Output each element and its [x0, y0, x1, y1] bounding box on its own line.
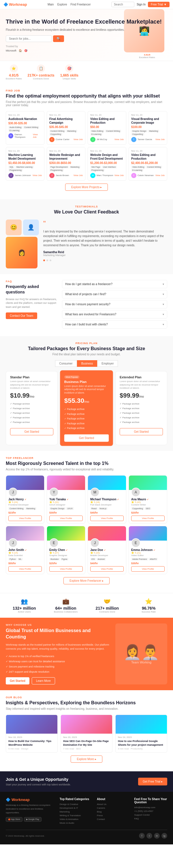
faq-item[interactable]: How do I ensure payment security?▾ — [62, 300, 167, 308]
footer-link[interactable]: FAQ — [134, 817, 167, 820]
view-job-button[interactable]: View Job — [33, 133, 42, 138]
hero-search-bar: 🔍 — [6, 35, 167, 42]
footer-link[interactable]: info@workneap.com — [134, 806, 167, 809]
blog-card[interactable]: Nov 24, 2023 How to use Professional Goo… — [115, 715, 167, 753]
free-trial-button[interactable]: Free Trial ▼ — [148, 2, 170, 7]
footer-link[interactable]: Contact — [97, 818, 130, 820]
banner-learn-more-button[interactable]: Learn More — [32, 677, 55, 684]
talent-body: E Emma Johnson ✓ ⭐ 5 (21) Video Editor A… — [129, 540, 167, 574]
view-job-button[interactable]: View Job — [32, 174, 42, 177]
talent-rating: ⭐ 5 (24) — [8, 501, 42, 503]
view-job-button[interactable]: View Job — [155, 174, 165, 177]
job-avatar: J — [8, 173, 14, 178]
testimonial-grid: 😊 👤 👩 " I am truly impressed by the outs… — [6, 219, 167, 269]
google-play-badge[interactable]: ▶ Google Play — [24, 817, 42, 822]
talent-name: Michael Thompson ✓ — [90, 498, 124, 501]
plan-period: /mo — [139, 395, 144, 398]
view-profile-button[interactable]: View Profile — [8, 516, 42, 521]
hero-search-input[interactable] — [6, 35, 52, 42]
view-profile-button[interactable]: View Profile — [90, 566, 124, 572]
blog-card[interactable]: Nov 16, 2023 How to Build Our Community:… — [6, 715, 58, 753]
footer-contact-col: Feel Free To Share Your Questioninfo@wor… — [134, 798, 167, 826]
dot-1[interactable] — [43, 259, 45, 261]
view-profile-button[interactable]: View Profile — [131, 566, 165, 572]
job-author: Jill McCoy — [97, 138, 107, 141]
explore-jobs-button[interactable]: Explore More Projects ▸ — [65, 184, 108, 191]
view-profile-button[interactable]: View Profile — [49, 566, 83, 572]
banner-feature: ✓ Secure payment and milestone tracking — [6, 664, 111, 669]
view-job-button[interactable]: View Job — [74, 138, 83, 141]
testimonial-role: Marketing Manager — [43, 254, 167, 257]
explore-blog-button[interactable]: Explore More ▸ — [71, 755, 102, 763]
footer-link[interactable]: Blog — [97, 810, 130, 813]
faq-contact-button[interactable]: Contact Our Team — [6, 312, 37, 319]
view-profile-button[interactable]: View Profile — [90, 516, 124, 521]
blog-card[interactable]: Nov 20, 2023 How SEO Can On-Page On-Site… — [60, 715, 113, 753]
pricing-subtitle: Find the ideal plan tailored to your nee… — [6, 353, 167, 356]
testimonial-header: Testimonials We Love Our Client Feedback — [6, 205, 167, 215]
talent-card: E Emma Johnson ✓ ⭐ 5 (21) Video Editor A… — [129, 526, 167, 574]
view-profile-button[interactable]: View Profile — [8, 566, 42, 572]
instagram-icon[interactable]: ig — [162, 833, 167, 839]
footer-link[interactable]: +1 (555) 123-4567 — [134, 810, 167, 812]
signin-button[interactable]: Sign In — [137, 3, 146, 6]
plan-cta-button[interactable]: Get Started — [64, 434, 109, 442]
plan-features: ✓ Package archive✓ Package archive✓ Pack… — [120, 402, 163, 425]
job-tag: Copywriting — [49, 133, 62, 135]
footer-link[interactable]: Support Center — [134, 814, 167, 816]
dot-3[interactable] — [50, 259, 51, 261]
footer-link[interactable]: Development & IT — [60, 807, 93, 809]
stats-num: 217+ million — [89, 606, 126, 611]
app-store-badge[interactable]: 🍎 App Store — [6, 817, 23, 822]
blog-title: How to use Professional Google Sheets fo… — [118, 739, 165, 747]
faq-item[interactable]: How do I get started as a freelancer?▾ — [62, 280, 167, 288]
dot-2[interactable] — [46, 259, 48, 261]
toggle-business[interactable]: Business — [77, 360, 97, 367]
talent-body: Y Yuki Tanaka ✓ ⭐ 5 (31) UI/UX Designer … — [47, 490, 85, 523]
banner-features: ✓ Access to top 1% of verified freelance… — [6, 654, 111, 674]
nav-main[interactable]: Main — [48, 3, 54, 6]
view-profile-button[interactable]: View Profile — [49, 516, 83, 521]
search-input[interactable] — [111, 2, 134, 7]
view-job-button[interactable]: View Job — [115, 174, 124, 177]
plan-cta-button[interactable]: Get Started — [120, 428, 163, 435]
job-date: Nov 11, 23 — [8, 150, 42, 152]
hero-search-button[interactable]: 🔍 — [53, 35, 64, 42]
facebook-icon[interactable]: f — [139, 833, 145, 839]
job-tag: Marketing — [70, 166, 81, 168]
talent-rating: ⭐ 5 (15) — [8, 552, 42, 554]
footer-link[interactable]: Writing & Translation — [60, 814, 93, 817]
footer-link[interactable]: Design & Creative — [60, 803, 93, 806]
footer-link[interactable]: Press — [97, 814, 130, 817]
join-free-trial-button[interactable]: Get Free Trial ▸ — [138, 778, 167, 785]
job-date: Nov 11, 23 — [131, 150, 165, 152]
explore-talent-button[interactable]: Explore More Freelancer ▸ — [64, 577, 109, 584]
footer-link[interactable]: About Us — [97, 803, 130, 806]
footer-link[interactable]: Careers — [97, 807, 130, 809]
footer-link[interactable]: Marketing — [60, 810, 93, 813]
faq-section: FAQ Frequently asked questions Browse ou… — [0, 274, 173, 336]
job-tag: User Interface — [102, 166, 117, 168]
blog-body: Nov 24, 2023 How to use Professional Goo… — [116, 734, 167, 752]
stats-num: 96.76% — [130, 606, 167, 611]
toggle-consumer[interactable]: Consumer — [55, 360, 77, 367]
plan-cta-button[interactable]: Get Started — [10, 428, 53, 435]
faq-item[interactable]: What kind of projects can I find?▾ — [62, 290, 167, 298]
footer-link[interactable]: Video & Animation — [60, 818, 93, 820]
view-profile-button[interactable]: View Profile — [131, 516, 165, 521]
toggle-employer[interactable]: Employer — [97, 360, 118, 367]
nav-explore[interactable]: Explore — [57, 3, 67, 6]
faq-item[interactable]: What fees are involved for Freelancers?▾ — [62, 310, 167, 318]
view-job-button[interactable]: View Job — [115, 138, 124, 141]
job-title: Final Advertising Campaign — [49, 117, 83, 125]
faq-item[interactable]: How can I build trust with clients?▾ — [62, 320, 167, 329]
pricing-header: Pricing Plan Tailored Packages for Every… — [6, 342, 167, 356]
footer-link[interactable]: Music & Audio — [60, 822, 93, 824]
faq-chevron-icon: ▾ — [163, 323, 164, 326]
view-job-button[interactable]: View Job — [74, 174, 83, 177]
twitter-icon[interactable]: t — [146, 833, 152, 839]
linkedin-icon[interactable]: in — [154, 833, 160, 839]
banner-get-started-button[interactable]: Get Started — [6, 677, 29, 684]
nav-freelancer[interactable]: Find Freelancer — [71, 3, 91, 6]
view-job-button[interactable]: View Job — [155, 138, 165, 141]
